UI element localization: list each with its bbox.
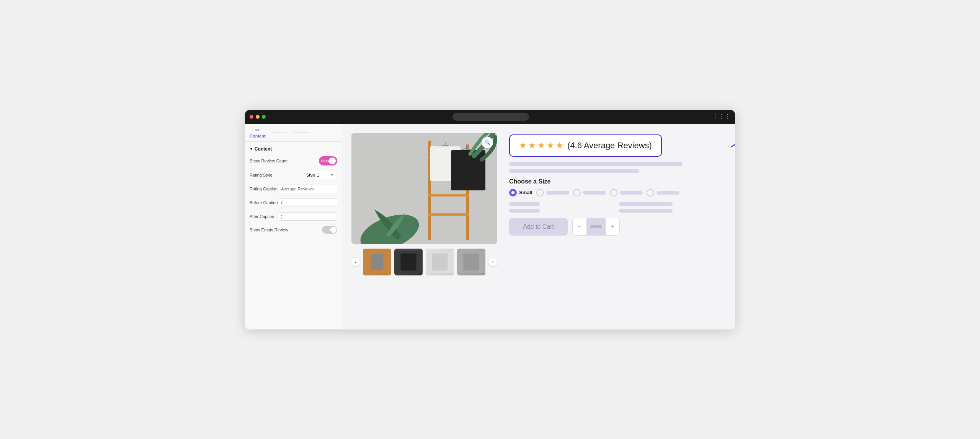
quantity-increase-button[interactable]: + — [606, 218, 619, 235]
rating-style-value: Style 1 — [306, 173, 319, 177]
tabs-bar: ✏ Content — [245, 124, 342, 142]
before-caption-label: Before Caption — [250, 200, 278, 205]
thumbnails-row: ‹ — [351, 249, 497, 275]
thumb-next-button[interactable]: › — [488, 258, 497, 266]
rating-caption-input[interactable] — [278, 185, 337, 193]
add-to-cart-button[interactable]: Add to Cart — [509, 218, 568, 236]
content-tab-icon: ✏ — [255, 127, 260, 133]
svg-rect-6 — [428, 213, 469, 216]
address-bar[interactable] — [452, 113, 529, 121]
size-options: Small — [509, 189, 726, 197]
svg-rect-15 — [400, 253, 416, 270]
radio-2[interactable] — [536, 189, 544, 197]
thumb-prev-button[interactable]: ‹ — [351, 258, 360, 266]
radio-3[interactable] — [573, 189, 581, 197]
product-info-placeholder — [509, 162, 726, 173]
product-price-placeholder — [509, 169, 639, 173]
search-button[interactable]: 🔍 — [482, 137, 493, 148]
size-label-placeholder-4 — [620, 191, 643, 195]
toggle-small-circle — [330, 227, 336, 233]
thumbnail-4[interactable] — [457, 249, 485, 275]
svg-rect-19 — [463, 253, 479, 270]
quantity-line — [590, 225, 602, 228]
size-option-2[interactable] — [536, 189, 569, 197]
after-caption-input[interactable] — [278, 212, 337, 221]
product-image-svg — [351, 133, 497, 244]
tab-settings[interactable] — [293, 132, 309, 133]
radio-small[interactable] — [509, 189, 517, 197]
after-caption-label: After Caption — [250, 214, 274, 219]
show-review-count-row: Show Review Count Show — [250, 156, 337, 165]
product-images: 🔍 ‹ — [351, 133, 497, 320]
quantity-decrease-button[interactable]: − — [573, 218, 586, 235]
star-5: ★ — [556, 141, 564, 151]
svg-rect-17 — [432, 253, 448, 270]
star-4: ★ — [547, 141, 554, 151]
style-tab-indicator — [272, 133, 287, 133]
svg-rect-5 — [428, 194, 469, 197]
maximize-dot[interactable] — [262, 115, 266, 119]
rating-area: ★ ★ ★ ★ ★ (4.6 Average Reviews) — [509, 134, 726, 157]
size-option-3[interactable] — [573, 189, 606, 197]
size-title: Choose a Size — [509, 178, 726, 185]
rating-caption-label: Rating Caption — [250, 187, 278, 191]
arrow-indicator — [726, 135, 735, 156]
size-label-placeholder-5 — [657, 191, 679, 195]
thumbnail-1[interactable] — [363, 249, 391, 275]
minimize-dot[interactable] — [256, 115, 260, 119]
show-empty-review-toggle[interactable]: Hide — [322, 226, 337, 234]
info-rows — [509, 202, 726, 213]
section-title: Content — [250, 146, 337, 152]
panel-content: Content Show Review Count Show Rating St… — [245, 142, 342, 329]
radio-inner-small — [511, 191, 514, 194]
size-option-4[interactable] — [610, 189, 643, 197]
rating-caption-row: Rating Caption — [250, 185, 337, 193]
radio-4[interactable] — [610, 189, 617, 197]
svg-rect-13 — [371, 254, 384, 270]
search-icon: 🔍 — [484, 139, 490, 145]
quantity-control: − + — [572, 218, 620, 236]
main-layout: ✏ Content Content Show Review Count Show — [245, 124, 735, 329]
product-details: ★ ★ ★ ★ ★ (4.6 Average Reviews) — [509, 133, 726, 320]
star-3: ★ — [537, 141, 545, 151]
thumbnail-2[interactable] — [394, 249, 423, 275]
tab-content-label: Content — [250, 134, 266, 138]
right-content: 🔍 ‹ — [342, 124, 735, 329]
info-placeholder-2 — [619, 202, 673, 206]
after-caption-row: After Caption — [250, 212, 337, 221]
quantity-display — [586, 218, 606, 235]
show-empty-review-label: Show Empty Review — [250, 228, 288, 232]
thumbnail-3[interactable] — [426, 249, 454, 275]
app-window: ⋮⋮⋮ ✏ Content Content — [245, 110, 735, 329]
cart-section: Add to Cart − + — [509, 218, 726, 236]
info-placeholder-3 — [509, 209, 540, 213]
info-placeholder-1 — [509, 202, 540, 206]
tab-style[interactable] — [272, 132, 287, 133]
star-1: ★ — [519, 141, 527, 151]
thumbnail-4-img — [457, 249, 485, 275]
before-caption-input[interactable] — [278, 198, 337, 207]
window-controls — [250, 115, 266, 119]
tab-content[interactable]: ✏ Content — [250, 127, 266, 138]
before-caption-row: Before Caption — [250, 198, 337, 207]
size-option-small[interactable]: Small — [509, 189, 532, 197]
close-dot[interactable] — [250, 115, 253, 119]
show-empty-review-row: Show Empty Review Hide — [250, 226, 337, 234]
title-bar-center — [270, 113, 712, 121]
radio-5[interactable] — [647, 189, 654, 197]
stars-row: ★ ★ ★ ★ ★ — [519, 141, 564, 151]
arrow-svg — [730, 135, 735, 154]
grid-icon: ⋮⋮⋮ — [712, 113, 730, 120]
size-label-placeholder-2 — [546, 191, 569, 195]
select-arrow-icon: ▼ — [330, 173, 334, 177]
rating-text: (4.6 Average Reviews) — [567, 141, 652, 151]
toggle-circle — [329, 157, 336, 164]
size-option-5[interactable] — [647, 189, 679, 197]
show-review-count-toggle[interactable]: Show — [319, 156, 337, 165]
rating-box: ★ ★ ★ ★ ★ (4.6 Average Reviews) — [509, 134, 662, 157]
rating-style-select[interactable]: Style 1 ▼ — [303, 171, 337, 179]
main-image-container: 🔍 — [351, 133, 497, 244]
thumbnail-3-img — [426, 249, 454, 275]
thumbnail-1-img — [363, 249, 391, 275]
size-section: Choose a Size Small — [509, 178, 726, 197]
